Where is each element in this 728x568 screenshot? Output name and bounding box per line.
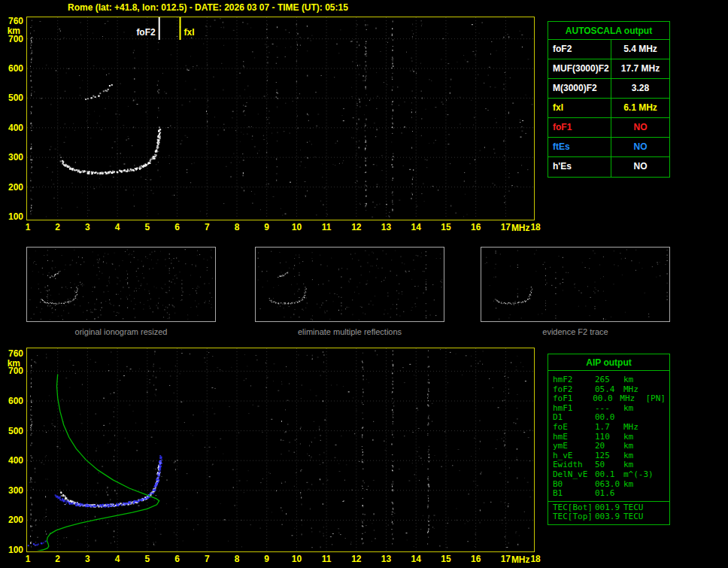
svg-text:200: 200 xyxy=(8,515,23,525)
aip-param-unit xyxy=(623,489,651,499)
svg-text:15: 15 xyxy=(441,554,451,564)
svg-text:3: 3 xyxy=(85,222,90,232)
aip-param-name: TEC[Top] xyxy=(553,512,595,522)
aip-param-note xyxy=(651,433,666,442)
thumbnail-evidence-f2-trace xyxy=(481,247,670,322)
autoscala-param-name: ftEs xyxy=(548,138,611,156)
svg-text:14: 14 xyxy=(411,222,422,232)
aip-param-note xyxy=(651,470,666,480)
svg-text:16: 16 xyxy=(471,554,481,564)
svg-text:18: 18 xyxy=(530,554,541,564)
aip-output-panel: AIP output hmF2 265 km foF2 05.4 MHz foF… xyxy=(548,354,670,525)
autoscala-row: MUF(3000)F2 17.7 MHz xyxy=(548,59,669,79)
aip-param-note: [PN] xyxy=(646,394,666,404)
autoscala-param-value: 5.4 MHz xyxy=(611,40,669,59)
aip-param-value: 1.7 xyxy=(595,423,623,433)
page-title: Rome (lat: +41.8, lon: 012.5) - DATE: 20… xyxy=(68,2,348,13)
aip-param-value: 003.9 xyxy=(595,512,623,522)
svg-text:6: 6 xyxy=(174,554,180,564)
svg-text:km: km xyxy=(8,358,20,369)
svg-text:500: 500 xyxy=(8,426,23,436)
svg-text:600: 600 xyxy=(8,63,23,74)
autoscala-param-value: 6.1 MHz xyxy=(611,99,669,117)
autoscala-row: foF2 5.4 MHz xyxy=(548,40,669,59)
aip-param-note xyxy=(651,375,666,385)
thumbnail-caption-evidence: evidence F2 trace xyxy=(481,327,670,336)
autoscala-param-value: NO xyxy=(611,118,669,137)
svg-text:fxI: fxI xyxy=(184,27,195,38)
autoscala-param-name: foF2 xyxy=(548,40,611,59)
svg-text:600: 600 xyxy=(8,396,23,406)
autoscala-param-name: fxI xyxy=(548,99,611,117)
aip-param-name: B1 xyxy=(553,489,595,499)
svg-text:11: 11 xyxy=(322,554,332,564)
aip-row: DelN_vE 00.1 m^(-3) xyxy=(553,470,666,480)
svg-text:8: 8 xyxy=(235,554,240,564)
thumbnail-original-ionogram xyxy=(26,247,216,322)
svg-text:5: 5 xyxy=(144,222,150,232)
svg-text:10: 10 xyxy=(292,222,302,232)
svg-text:2: 2 xyxy=(55,554,60,564)
thumbnail-caption-original: original ionogram resized xyxy=(26,327,216,336)
svg-text:17: 17 xyxy=(501,554,511,564)
aip-param-unit: km xyxy=(623,480,651,490)
svg-text:8: 8 xyxy=(235,222,240,232)
aip-row: hmE 110 km xyxy=(553,433,666,442)
autoscala-row: h'Es NO xyxy=(548,157,669,177)
aip-param-name: hmF2 xyxy=(553,375,595,385)
aip-param-value: 01.6 xyxy=(595,489,623,499)
svg-text:100: 100 xyxy=(8,545,23,555)
autoscala-rows: foF2 5.4 MHz MUF(3000)F2 17.7 MHz M(3000… xyxy=(548,40,669,177)
autoscala-param-value: 17.7 MHz xyxy=(611,59,669,78)
svg-text:foF2: foF2 xyxy=(136,27,156,38)
svg-text:300: 300 xyxy=(8,485,23,496)
autoscala-output-panel: AUTOSCALA output foF2 5.4 MHz MUF(3000)F… xyxy=(548,21,670,178)
svg-text:200: 200 xyxy=(8,182,23,193)
thumbnail-original-ionogram-image xyxy=(27,248,215,321)
thumbnail-multiple-reflections-removed-image xyxy=(256,248,444,321)
svg-text:7: 7 xyxy=(205,222,210,232)
autoscala-panel-title: AUTOSCALA output xyxy=(548,22,669,40)
aip-rows: hmF2 265 km foF2 05.4 MHz foF1 00.0 MHz … xyxy=(548,371,669,499)
autoscala-param-name: M(3000)F2 xyxy=(548,79,611,98)
aip-param-note xyxy=(651,512,666,522)
autoscala-row: ftEs NO xyxy=(548,138,669,157)
aip-param-note xyxy=(651,451,666,461)
autoscala-row: foF1 NO xyxy=(548,118,669,138)
svg-text:5: 5 xyxy=(144,554,150,564)
autoscala-param-value: NO xyxy=(611,157,669,177)
aip-param-unit: m^(-3) xyxy=(623,470,651,480)
svg-text:13: 13 xyxy=(381,554,392,564)
svg-text:760: 760 xyxy=(8,16,23,26)
svg-text:700: 700 xyxy=(8,366,23,376)
autoscala-app: Rome (lat: +41.8, lon: 012.5) - DATE: 20… xyxy=(0,0,728,568)
svg-text:km: km xyxy=(8,26,20,36)
svg-text:18: 18 xyxy=(530,222,541,232)
svg-text:MHz: MHz xyxy=(511,223,530,233)
svg-text:9: 9 xyxy=(264,222,269,232)
autoscala-param-name: MUF(3000)F2 xyxy=(548,59,611,78)
autoscala-row: fxI 6.1 MHz xyxy=(548,99,669,118)
svg-text:2: 2 xyxy=(55,222,60,232)
svg-text:6: 6 xyxy=(174,222,180,232)
aip-row: hmF2 265 km xyxy=(553,375,666,385)
svg-text:500: 500 xyxy=(8,93,23,103)
aip-param-name: ymE xyxy=(553,442,595,451)
aip-row: B1 01.6 xyxy=(553,489,666,499)
aip-param-value: 265 xyxy=(595,375,623,385)
svg-text:4: 4 xyxy=(115,554,120,564)
svg-text:MHz: MHz xyxy=(511,554,530,565)
svg-text:3: 3 xyxy=(85,554,90,564)
svg-text:300: 300 xyxy=(8,152,23,163)
aip-param-unit: km xyxy=(623,375,651,385)
aip-param-unit: km xyxy=(623,404,651,414)
aip-row: foF1 00.0 MHz [PN] xyxy=(553,394,666,404)
autoscala-param-name: h'Es xyxy=(548,157,611,177)
svg-text:17: 17 xyxy=(501,222,511,232)
aip-param-name: DelN_vE xyxy=(553,470,595,480)
aip-tec-rows: TEC[Bot] 001.9 TECU TEC[Top] 003.9 TECU xyxy=(548,502,669,524)
svg-text:16: 16 xyxy=(471,222,481,232)
aip-param-note xyxy=(651,442,666,451)
aip-row: foE 1.7 MHz xyxy=(553,423,666,433)
autoscala-row: M(3000)F2 3.28 xyxy=(548,79,669,99)
